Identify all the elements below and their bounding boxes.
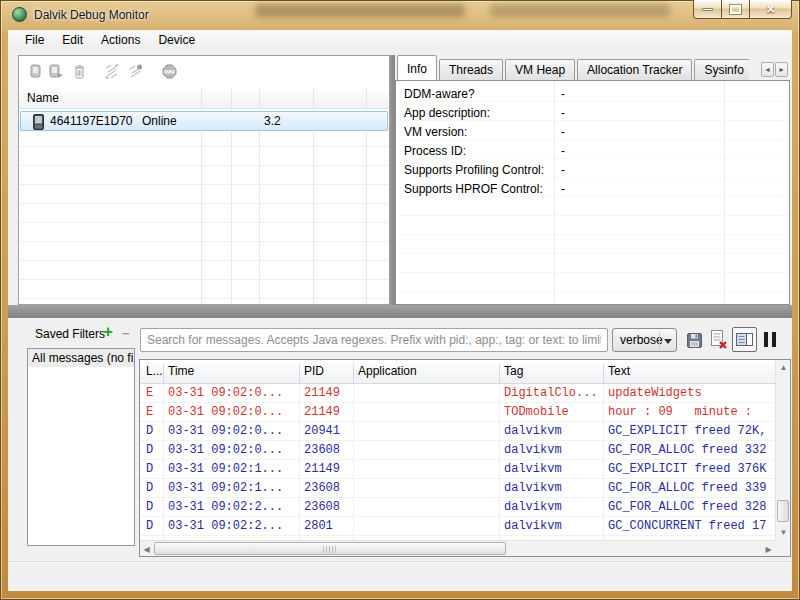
stop-process-button[interactable]: STOP	[159, 61, 179, 81]
log-search-input[interactable]	[140, 328, 608, 352]
info-label: VM version:	[404, 125, 467, 139]
log-pid: 23608	[304, 498, 356, 517]
close-icon: ×	[766, 2, 774, 16]
update-heap-button[interactable]	[45, 61, 65, 81]
log-time: 03-31 09:02:0...	[168, 441, 298, 460]
log-row[interactable]: D03-31 09:02:2...2801dalvikvmGC_CONCURRE…	[140, 517, 775, 536]
client-area: STOP Name 4641197E1D70 Online 3.2	[8, 50, 792, 591]
menu-device[interactable]: Device	[149, 31, 204, 49]
log-row[interactable]: D03-31 09:02:2...23608dalvikvmGC_FOR_ALL…	[140, 498, 775, 517]
log-time: 03-31 09:02:1...	[168, 479, 298, 498]
log-table: L... Time PID Application Tag Text E03-3…	[139, 359, 791, 557]
clear-log-icon	[708, 329, 728, 351]
device-row[interactable]: 4641197E1D70 Online 3.2	[20, 111, 388, 131]
log-level: D	[146, 498, 164, 517]
log-row[interactable]: D03-31 09:02:0...23608dalvikvmGC_FOR_ALL…	[140, 441, 775, 460]
tab-threads[interactable]: Threads	[439, 59, 503, 80]
tab-scroll-left-icon[interactable]: ◂	[761, 62, 774, 77]
log-row[interactable]: D03-31 09:02:0...20941dalvikvmGC_EXPLICI…	[140, 422, 775, 441]
device-table-header[interactable]: Name	[19, 88, 389, 109]
chevron-down-icon	[664, 339, 672, 344]
log-horizontal-scrollbar[interactable]: ◀ ▶	[140, 540, 775, 556]
status-bar-divider	[9, 561, 791, 563]
info-value: -	[561, 106, 565, 120]
log-rows: E03-31 09:02:0...21149DigitalClo...updat…	[140, 384, 775, 540]
trash-icon	[71, 63, 88, 80]
app-icon	[12, 7, 27, 22]
column-time[interactable]: Time	[168, 364, 194, 378]
log-level: D	[146, 517, 164, 536]
close-button[interactable]: ×	[749, 0, 792, 19]
column-tag[interactable]: Tag	[504, 364, 523, 378]
horizontal-scroll-thumb[interactable]	[154, 542, 506, 555]
device-serial: 4641197E1D70	[50, 114, 133, 128]
log-text: GC_FOR_ALLOC freed 328	[608, 498, 776, 517]
log-pid: 20941	[304, 422, 356, 441]
cause-gc-button[interactable]	[69, 61, 89, 81]
log-level: E	[146, 403, 164, 422]
saved-filters-title: Saved Filters	[35, 327, 105, 341]
phone-icon	[33, 114, 44, 130]
info-label: Supports HPROF Control:	[404, 182, 543, 196]
scroll-left-icon[interactable]: ◀	[140, 541, 153, 557]
scroll-up-icon[interactable]: ▲	[776, 360, 791, 375]
device-state: Online	[142, 114, 177, 128]
add-filter-icon[interactable]: +	[103, 322, 113, 342]
log-level-dropdown[interactable]: verbose	[612, 328, 677, 352]
wallpaper-bleed	[255, 4, 465, 17]
horizontal-splitter[interactable]	[8, 305, 792, 318]
column-level[interactable]: L...	[146, 364, 163, 378]
saved-filters-list: All messages (no fi	[27, 348, 135, 546]
maximize-icon	[730, 5, 741, 14]
clear-log-button[interactable]	[707, 328, 729, 352]
log-level: D	[146, 422, 164, 441]
start-profiling-button[interactable]	[125, 61, 145, 81]
menu-edit[interactable]: Edit	[53, 31, 92, 49]
log-tag: dalvikvm	[504, 422, 604, 441]
column-pid[interactable]: PID	[304, 364, 324, 378]
menu-file[interactable]: File	[16, 31, 53, 49]
titlebar[interactable]: Dalvik Debug Monitor ×	[0, 0, 800, 30]
log-tag: dalvikvm	[504, 498, 604, 517]
display-filters-pane-button[interactable]	[732, 327, 757, 352]
log-row[interactable]: E03-31 09:02:0...21149TODmobilehour : 09…	[140, 403, 775, 422]
scroll-down-icon[interactable]: ▼	[776, 525, 791, 540]
vertical-scroll-thumb[interactable]	[777, 500, 789, 522]
info-value: -	[561, 144, 565, 158]
tab-allocation-tracker[interactable]: Allocation Tracker	[577, 59, 692, 80]
debug-process-button[interactable]	[25, 61, 45, 81]
pause-log-button[interactable]	[762, 331, 778, 347]
menu-actions[interactable]: Actions	[92, 31, 149, 49]
info-label: DDM-aware?	[404, 87, 475, 101]
log-time: 03-31 09:02:1...	[168, 460, 298, 479]
log-vertical-scrollbar[interactable]: ▲ ▼	[775, 360, 790, 540]
log-level: E	[146, 384, 164, 403]
remove-filter-icon[interactable]: −	[122, 326, 130, 341]
log-level: D	[146, 479, 164, 498]
save-log-button[interactable]	[684, 330, 704, 350]
info-value: -	[561, 87, 565, 101]
update-heap-icon	[47, 63, 64, 80]
pause-icon	[772, 332, 776, 347]
log-time: 03-31 09:02:2...	[168, 498, 298, 517]
tab-info[interactable]: Info	[397, 55, 437, 80]
filter-item-all-messages[interactable]: All messages (no fi	[28, 349, 134, 367]
log-table-header: L... Time PID Application Tag Text	[140, 360, 790, 384]
info-row: DDM-aware?-	[396, 84, 789, 103]
scrollbar-corner	[775, 540, 790, 556]
tab-sysinfo[interactable]: Sysinfo	[694, 59, 749, 80]
log-row[interactable]: D03-31 09:02:1...23608dalvikvmGC_FOR_ALL…	[140, 479, 775, 498]
log-row[interactable]: E03-31 09:02:0...21149DigitalClo...updat…	[140, 384, 775, 403]
scroll-right-icon[interactable]: ▶	[762, 541, 775, 557]
update-threads-button[interactable]	[101, 61, 121, 81]
minimize-button[interactable]	[693, 0, 722, 19]
maximize-button[interactable]	[722, 0, 749, 19]
log-row[interactable]: D03-31 09:02:1...21149dalvikvmGC_EXPLICI…	[140, 460, 775, 479]
column-text[interactable]: Text	[608, 364, 630, 378]
column-application[interactable]: Application	[358, 364, 417, 378]
log-text: GC_EXPLICIT freed 376K	[608, 460, 776, 479]
name-column-header: Name	[27, 91, 59, 105]
tab-scroll-right-icon[interactable]: ▸	[775, 62, 788, 77]
log-level: D	[146, 460, 164, 479]
tab-vm-heap[interactable]: VM Heap	[505, 59, 575, 80]
